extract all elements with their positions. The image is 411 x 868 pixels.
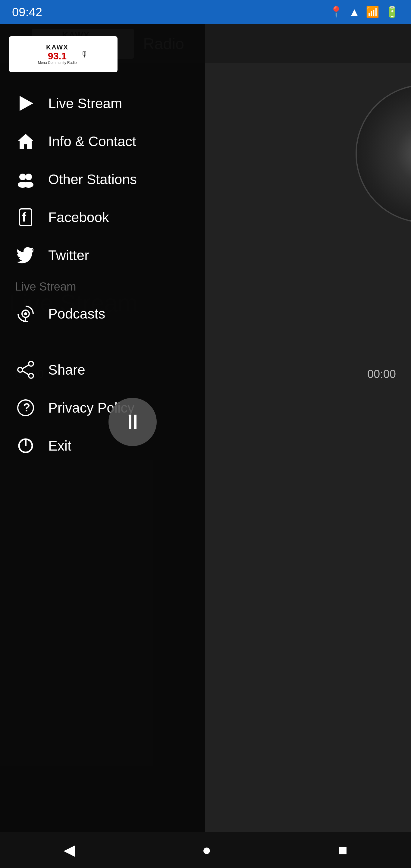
- podcasts-icon: [15, 303, 36, 324]
- status-time: 09:42: [12, 5, 42, 19]
- signal-icon: 📶: [366, 6, 379, 19]
- menu-label-info-contact: Info & Contact: [48, 133, 136, 150]
- status-bar: 09:42 📍 ▲ 📶 🔋: [0, 0, 411, 24]
- svg-line-16: [23, 371, 29, 375]
- play-icon: [15, 93, 36, 114]
- home-button[interactable]: ●: [196, 835, 217, 865]
- menu-item-twitter[interactable]: Twitter: [0, 236, 205, 274]
- menu-item-live-stream[interactable]: Live Stream: [0, 84, 205, 122]
- menu-label-twitter: Twitter: [48, 247, 89, 264]
- menu-label-share: Share: [48, 362, 85, 378]
- menu-logo-tagline: Mena Community Radio: [38, 61, 77, 65]
- facebook-icon: f: [15, 207, 36, 228]
- right-overlay-panel: [205, 24, 411, 844]
- share-icon: [15, 359, 36, 380]
- svg-text:f: f: [22, 210, 27, 224]
- timestamp-right: 00:00: [367, 368, 396, 381]
- menu-logo-area: KAWX 93.1 Mena Community Radio 🎙: [0, 30, 205, 84]
- menu-item-podcasts[interactable]: Podcasts: [0, 295, 205, 333]
- svg-point-13: [18, 367, 23, 372]
- menu-label-exit: Exit: [48, 438, 71, 454]
- menu-item-share[interactable]: Share: [0, 351, 205, 389]
- section-label-live-stream: Live Stream: [0, 274, 205, 295]
- wifi-icon: ▲: [349, 6, 360, 19]
- menu-item-facebook[interactable]: f Facebook: [0, 198, 205, 236]
- menu-logo-mic-icon: 🎙: [81, 50, 89, 59]
- menu-item-other-stations[interactable]: Other Stations: [0, 160, 205, 198]
- back-button[interactable]: ◀: [58, 835, 81, 865]
- svg-text:?: ?: [23, 401, 30, 414]
- menu-logo-content: KAWX 93.1 Mena Community Radio 🎙: [38, 44, 89, 64]
- svg-point-2: [19, 174, 26, 180]
- svg-point-12: [29, 361, 33, 366]
- vinyl-disc: [355, 84, 411, 223]
- battery-icon: 🔋: [385, 6, 399, 19]
- menu-label-other-stations: Other Stations: [48, 171, 137, 187]
- svg-point-3: [25, 174, 32, 180]
- home-icon: [15, 131, 36, 152]
- menu-logo-box: KAWX 93.1 Mena Community Radio 🎙: [9, 36, 118, 72]
- svg-marker-1: [18, 134, 33, 149]
- bottom-navigation: ◀ ● ■: [0, 832, 411, 868]
- menu-label-facebook: Facebook: [48, 209, 109, 225]
- menu-item-info-contact[interactable]: Info & Contact: [0, 122, 205, 160]
- group-icon: [15, 169, 36, 190]
- svg-point-9: [24, 312, 27, 315]
- menu-panel: KAWX 93.1 Mena Community Radio 🎙 Live St…: [0, 24, 205, 868]
- menu-logo-kawx: KAWX: [38, 44, 77, 51]
- svg-point-5: [24, 182, 33, 188]
- svg-point-14: [29, 373, 33, 378]
- recent-apps-button[interactable]: ■: [333, 835, 353, 865]
- pause-icon: ⏸: [122, 410, 143, 434]
- menu-label-live-stream: Live Stream: [48, 95, 122, 112]
- menu-item-exit[interactable]: Exit: [0, 427, 205, 465]
- pause-button[interactable]: ⏸: [108, 398, 157, 446]
- menu-item-privacy-policy[interactable]: ? Privacy Policy: [0, 389, 205, 427]
- menu-logo-frequency: 93.1: [38, 51, 77, 61]
- svg-line-15: [23, 365, 29, 369]
- menu-label-podcasts: Podcasts: [48, 306, 105, 322]
- power-icon: [15, 435, 36, 456]
- svg-marker-0: [20, 96, 33, 111]
- location-icon: 📍: [329, 6, 343, 19]
- twitter-icon: [15, 245, 36, 266]
- status-icons: 📍 ▲ 📶 🔋: [329, 6, 399, 19]
- disc-container: [355, 84, 411, 235]
- help-icon: ?: [15, 397, 36, 418]
